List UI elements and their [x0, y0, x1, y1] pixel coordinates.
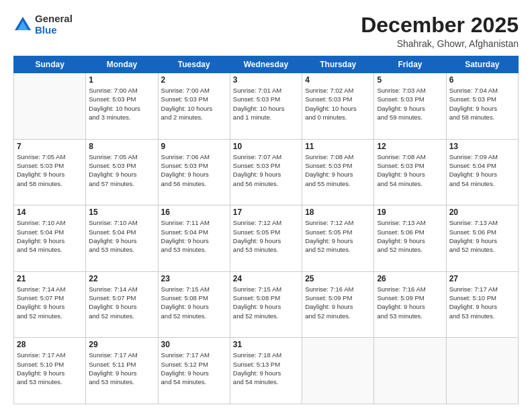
- day-number: 8: [89, 142, 154, 151]
- calendar-cell: 21Sunrise: 7:14 AMSunset: 5:07 PMDayligh…: [14, 271, 86, 338]
- calendar-cell: 23Sunrise: 7:15 AMSunset: 5:08 PMDayligh…: [158, 271, 230, 338]
- calendar-cell: [446, 338, 518, 404]
- calendar-cell: 11Sunrise: 7:08 AMSunset: 5:03 PMDayligh…: [302, 139, 374, 205]
- day-number: 9: [161, 142, 227, 151]
- calendar-cell: 5Sunrise: 7:03 AMSunset: 5:03 PMDaylight…: [374, 73, 446, 140]
- day-info: Sunrise: 7:16 AMSunset: 5:09 PMDaylight:…: [305, 285, 371, 320]
- day-info: Sunrise: 7:15 AMSunset: 5:08 PMDaylight:…: [161, 285, 227, 320]
- day-info: Sunrise: 7:10 AMSunset: 5:04 PMDaylight:…: [17, 218, 83, 254]
- calendar-cell: 6Sunrise: 7:04 AMSunset: 5:03 PMDaylight…: [446, 73, 518, 140]
- location: Shahrak, Ghowr, Afghanistan: [361, 38, 519, 49]
- day-number: 3: [233, 75, 299, 85]
- calendar-cell: 8Sunrise: 7:05 AMSunset: 5:03 PMDaylight…: [86, 139, 158, 205]
- day-number: 20: [449, 208, 515, 217]
- calendar-cell: 26Sunrise: 7:16 AMSunset: 5:09 PMDayligh…: [374, 271, 446, 338]
- calendar-week-5: 28Sunrise: 7:17 AMSunset: 5:10 PMDayligh…: [14, 338, 519, 404]
- day-number: 13: [449, 142, 515, 151]
- day-info: Sunrise: 7:11 AMSunset: 5:04 PMDaylight:…: [161, 218, 227, 254]
- calendar-cell: 28Sunrise: 7:17 AMSunset: 5:10 PMDayligh…: [14, 338, 86, 404]
- logo-general: General: [35, 13, 73, 24]
- header-sunday: Sunday: [14, 56, 86, 73]
- calendar: Sunday Monday Tuesday Wednesday Thursday…: [13, 56, 519, 404]
- calendar-cell: 20Sunrise: 7:13 AMSunset: 5:06 PMDayligh…: [446, 205, 518, 272]
- header-saturday: Saturday: [446, 56, 518, 73]
- page: General Blue December 2025 Shahrak, Ghow…: [0, 0, 532, 411]
- month-year: December 2025: [361, 13, 519, 37]
- header-thursday: Thursday: [302, 56, 374, 73]
- day-info: Sunrise: 7:13 AMSunset: 5:06 PMDaylight:…: [449, 218, 515, 254]
- header-wednesday: Wednesday: [230, 56, 302, 73]
- calendar-cell: 29Sunrise: 7:17 AMSunset: 5:11 PMDayligh…: [86, 338, 158, 404]
- calendar-cell: [302, 338, 374, 404]
- calendar-cell: 9Sunrise: 7:06 AMSunset: 5:03 PMDaylight…: [158, 139, 230, 205]
- day-number: 6: [449, 75, 515, 85]
- day-number: 2: [161, 75, 227, 85]
- calendar-cell: [374, 338, 446, 404]
- day-info: Sunrise: 7:14 AMSunset: 5:07 PMDaylight:…: [89, 285, 154, 320]
- day-number: 22: [89, 274, 154, 283]
- day-number: 11: [305, 142, 371, 151]
- calendar-cell: 12Sunrise: 7:08 AMSunset: 5:03 PMDayligh…: [374, 139, 446, 205]
- day-number: 24: [233, 274, 299, 283]
- calendar-cell: 18Sunrise: 7:12 AMSunset: 5:05 PMDayligh…: [302, 205, 374, 272]
- day-info: Sunrise: 7:06 AMSunset: 5:03 PMDaylight:…: [161, 152, 227, 188]
- day-number: 15: [89, 208, 154, 217]
- day-info: Sunrise: 7:09 AMSunset: 5:04 PMDaylight:…: [449, 152, 515, 188]
- day-info: Sunrise: 7:12 AMSunset: 5:05 PMDaylight:…: [233, 218, 299, 254]
- logo: General Blue: [13, 13, 73, 36]
- calendar-cell: 24Sunrise: 7:15 AMSunset: 5:08 PMDayligh…: [230, 271, 302, 338]
- calendar-week-1: 1Sunrise: 7:00 AMSunset: 5:03 PMDaylight…: [14, 73, 519, 140]
- day-info: Sunrise: 7:18 AMSunset: 5:13 PMDaylight:…: [233, 351, 299, 386]
- day-info: Sunrise: 7:05 AMSunset: 5:03 PMDaylight:…: [89, 152, 154, 188]
- day-info: Sunrise: 7:14 AMSunset: 5:07 PMDaylight:…: [17, 285, 83, 320]
- day-number: 30: [161, 340, 227, 349]
- calendar-cell: 2Sunrise: 7:00 AMSunset: 5:03 PMDaylight…: [158, 73, 230, 140]
- day-info: Sunrise: 7:02 AMSunset: 5:03 PMDaylight:…: [305, 86, 371, 122]
- weekday-header-row: Sunday Monday Tuesday Wednesday Thursday…: [14, 56, 519, 73]
- day-number: 28: [17, 340, 83, 349]
- day-number: 29: [89, 340, 154, 349]
- day-number: 12: [377, 142, 443, 151]
- day-info: Sunrise: 7:08 AMSunset: 5:03 PMDaylight:…: [377, 152, 443, 188]
- day-number: 23: [161, 274, 227, 283]
- day-number: 31: [233, 340, 299, 349]
- day-info: Sunrise: 7:10 AMSunset: 5:04 PMDaylight:…: [89, 218, 154, 254]
- day-number: 19: [377, 208, 443, 217]
- calendar-cell: 17Sunrise: 7:12 AMSunset: 5:05 PMDayligh…: [230, 205, 302, 272]
- calendar-cell: 1Sunrise: 7:00 AMSunset: 5:03 PMDaylight…: [86, 73, 158, 140]
- day-info: Sunrise: 7:04 AMSunset: 5:03 PMDaylight:…: [449, 86, 515, 122]
- day-info: Sunrise: 7:00 AMSunset: 5:03 PMDaylight:…: [161, 86, 227, 122]
- day-number: 1: [89, 75, 154, 85]
- day-info: Sunrise: 7:17 AMSunset: 5:11 PMDaylight:…: [89, 351, 154, 386]
- calendar-cell: 25Sunrise: 7:16 AMSunset: 5:09 PMDayligh…: [302, 271, 374, 338]
- day-number: 21: [17, 274, 83, 283]
- day-info: Sunrise: 7:00 AMSunset: 5:03 PMDaylight:…: [89, 86, 154, 122]
- day-number: 25: [305, 274, 371, 283]
- header-monday: Monday: [86, 56, 158, 73]
- day-info: Sunrise: 7:08 AMSunset: 5:03 PMDaylight:…: [305, 152, 371, 188]
- calendar-cell: 27Sunrise: 7:17 AMSunset: 5:10 PMDayligh…: [446, 271, 518, 338]
- calendar-cell: 3Sunrise: 7:01 AMSunset: 5:03 PMDaylight…: [230, 73, 302, 140]
- calendar-cell: 14Sunrise: 7:10 AMSunset: 5:04 PMDayligh…: [14, 205, 86, 272]
- calendar-week-3: 14Sunrise: 7:10 AMSunset: 5:04 PMDayligh…: [14, 205, 519, 272]
- day-info: Sunrise: 7:12 AMSunset: 5:05 PMDaylight:…: [305, 218, 371, 254]
- day-number: 10: [233, 142, 299, 151]
- calendar-cell: 31Sunrise: 7:18 AMSunset: 5:13 PMDayligh…: [230, 338, 302, 404]
- calendar-week-4: 21Sunrise: 7:14 AMSunset: 5:07 PMDayligh…: [14, 271, 519, 338]
- day-info: Sunrise: 7:01 AMSunset: 5:03 PMDaylight:…: [233, 86, 299, 122]
- logo-blue: Blue: [35, 24, 57, 36]
- day-number: 27: [449, 274, 515, 283]
- day-number: 18: [305, 208, 371, 217]
- calendar-cell: 4Sunrise: 7:02 AMSunset: 5:03 PMDaylight…: [302, 73, 374, 140]
- calendar-cell: 19Sunrise: 7:13 AMSunset: 5:06 PMDayligh…: [374, 205, 446, 272]
- logo-icon: [13, 15, 32, 34]
- day-info: Sunrise: 7:16 AMSunset: 5:09 PMDaylight:…: [377, 285, 443, 320]
- title-block: December 2025 Shahrak, Ghowr, Afghanista…: [361, 13, 519, 49]
- calendar-cell: 15Sunrise: 7:10 AMSunset: 5:04 PMDayligh…: [86, 205, 158, 272]
- calendar-cell: 7Sunrise: 7:05 AMSunset: 5:03 PMDaylight…: [14, 139, 86, 205]
- header-tuesday: Tuesday: [158, 56, 230, 73]
- day-number: 26: [377, 274, 443, 283]
- day-info: Sunrise: 7:07 AMSunset: 5:03 PMDaylight:…: [233, 152, 299, 188]
- day-number: 16: [161, 208, 227, 217]
- day-info: Sunrise: 7:03 AMSunset: 5:03 PMDaylight:…: [377, 86, 443, 122]
